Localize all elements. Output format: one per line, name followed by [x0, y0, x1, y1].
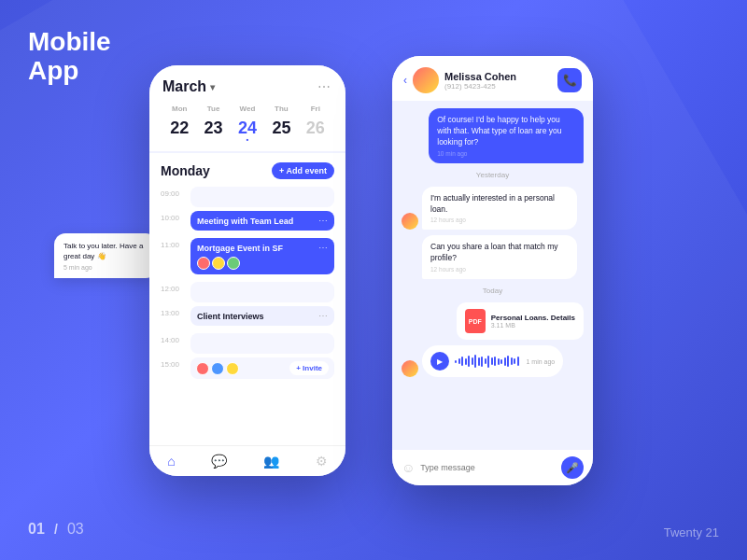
time-label-15: 15:00 — [161, 357, 185, 379]
event-meeting[interactable]: Meeting with Team Lead ⋯ — [190, 211, 334, 231]
msg-time-received-1: 12 hours ago — [430, 217, 569, 223]
nav-people-icon[interactable]: 👥 — [263, 454, 279, 469]
empty-slot-9 — [190, 187, 334, 207]
schedule-section: Monday + Add event 09:00 10:00 Meeting w… — [149, 153, 345, 445]
day-name-fri: Fri — [299, 105, 332, 113]
play-icon: ▶ — [437, 357, 443, 366]
avatar-3 — [227, 257, 240, 270]
voice-time: 1 min ago — [527, 358, 556, 365]
msg-row-received-2: Can you share a loan that match my profi… — [402, 235, 584, 279]
back-arrow-icon[interactable]: ‹ — [403, 74, 407, 87]
date-divider-today: Today — [402, 287, 584, 295]
time-slot-10: 10:00 Meeting with Team Lead ⋯ — [161, 211, 334, 234]
nav-home-icon[interactable]: ⌂ — [167, 454, 175, 469]
mic-button[interactable]: 🎤 — [561, 456, 584, 479]
msg-row-file: PDF Personal Loans. Details 3.11 MB — [402, 302, 584, 340]
event-mortgage-avatars — [197, 257, 240, 270]
voice-avatar — [402, 360, 418, 377]
event-mortgage-dots-icon: ⋯ — [318, 243, 328, 253]
bubble-text: Talk to you later. Have a great day 👋 — [63, 241, 148, 261]
event-mortgage-name: Mortgage Event in SF — [197, 244, 283, 253]
time-label-12: 12:00 — [161, 282, 185, 302]
event-meeting-dots-icon: ⋯ — [318, 216, 328, 226]
msg-time-sent-1: 10 min ago — [437, 150, 575, 157]
voice-bubble[interactable]: ▶ 1 min ago — [422, 345, 563, 377]
day-26[interactable]: 26 — [299, 117, 332, 140]
page-total: 03 — [67, 521, 84, 537]
invite-button[interactable]: + Invite — [289, 361, 329, 375]
phone-chat: ‹ Melissa Cohen (912) 5423-425 📞 Of cour… — [392, 56, 593, 485]
slot-avatar-3 — [226, 362, 239, 375]
call-button[interactable]: 📞 — [557, 68, 582, 92]
contact-avatar — [413, 67, 439, 93]
time-label-14: 14:00 — [161, 333, 185, 354]
contact-phone: (912) 5423-425 — [444, 82, 552, 91]
msg-bubble-received-2: Can you share a loan that match my profi… — [422, 235, 577, 279]
chat-input-bar: ☺ 🎤 — [392, 450, 593, 485]
nav-settings-icon[interactable]: ⚙ — [316, 454, 328, 469]
page-sep: / — [54, 522, 58, 537]
row-avatar-1 — [402, 213, 418, 230]
event-mortgage[interactable]: Mortgage Event in SF ⋯ — [190, 238, 334, 274]
phone-calendar: March ▾ ⋯ Mon Tue Wed Thu Fri 22 23 24 2… — [149, 65, 345, 476]
day-numbers-row[interactable]: 22 23 24 25 26 — [162, 117, 332, 140]
float-bubble: Talk to you later. Have a great day 👋 5 … — [54, 233, 157, 278]
time-slot-14: 14:00 — [161, 333, 334, 354]
calendar-header: March ▾ ⋯ Mon Tue Wed Thu Fri 22 23 24 2… — [149, 65, 345, 151]
slot-avatar-2 — [211, 362, 224, 375]
phone-icon: 📞 — [563, 74, 577, 87]
msg-bubble-received-1: I'm actually interested in a personal lo… — [422, 187, 577, 231]
day-name-thu: Thu — [264, 105, 298, 113]
time-label-9: 09:00 — [161, 187, 185, 207]
time-label-10: 10:00 — [161, 211, 185, 234]
file-info: Personal Loans. Details 3.11 MB — [491, 314, 575, 329]
slot-avatar-1 — [196, 362, 209, 375]
day-23[interactable]: 23 — [196, 117, 230, 140]
day-names-row: Mon Tue Wed Thu Fri — [162, 105, 332, 113]
nav-chat-icon[interactable]: 💬 — [211, 454, 227, 469]
msg-time-received-2: 12 hours ago — [430, 266, 569, 273]
day-22[interactable]: 22 — [162, 117, 196, 140]
event-interviews-dots-icon: ⋯ — [318, 311, 328, 321]
contact-info: Melissa Cohen (912) 5423-425 — [444, 71, 552, 91]
waveform — [455, 354, 519, 369]
time-slot-13: 13:00 Client Interviews ⋯ — [161, 306, 334, 329]
day-name-wed: Wed — [231, 105, 264, 113]
page-indicator: 01 / 03 — [28, 515, 84, 539]
empty-slot-12 — [190, 282, 334, 302]
time-label-13: 13:00 — [161, 306, 185, 329]
message-input[interactable] — [420, 463, 556, 472]
day-25[interactable]: 25 — [264, 117, 298, 140]
brand-line1: Mobile — [28, 27, 111, 56]
emoji-icon[interactable]: ☺ — [402, 460, 415, 475]
mic-icon: 🎤 — [566, 462, 579, 474]
time-slot-9: 09:00 — [161, 187, 334, 207]
avatar-1 — [197, 257, 210, 270]
empty-slot-14 — [190, 333, 334, 354]
day-name-tue: Tue — [196, 105, 230, 113]
day-24[interactable]: 24 — [231, 117, 264, 140]
calendar-dots-icon[interactable]: ⋯ — [317, 79, 332, 94]
file-icon: PDF — [465, 309, 486, 333]
time-label-11: 11:00 — [161, 238, 185, 278]
msg-text-sent-1: Of course! I'd be happy to help you with… — [437, 115, 575, 148]
month-label[interactable]: March ▾ — [162, 78, 215, 95]
file-name: Personal Loans. Details — [491, 314, 575, 322]
msg-text-received-2: Can you share a loan that match my profi… — [430, 242, 569, 264]
time-slot-11: 11:00 Mortgage Event in SF ⋯ — [161, 238, 334, 278]
file-bubble[interactable]: PDF Personal Loans. Details 3.11 MB — [457, 302, 584, 340]
msg-text-received-1: I'm actually interested in a personal lo… — [430, 193, 569, 216]
month-chevron-icon: ▾ — [210, 82, 215, 92]
chat-body: Of course! I'd be happy to help you with… — [392, 101, 593, 450]
msg-row-received-1: I'm actually interested in a personal lo… — [402, 187, 584, 231]
time-slot-12: 12:00 — [161, 282, 334, 302]
time-slot-15: 15:00 + Invite — [161, 357, 334, 379]
add-event-button[interactable]: + Add event — [272, 162, 334, 179]
play-button[interactable]: ▶ — [430, 352, 449, 371]
brand-line2: App — [28, 56, 78, 85]
page-current: 01 — [28, 521, 45, 537]
month-text: March — [162, 78, 206, 95]
event-interviews[interactable]: Client Interviews ⋯ — [190, 306, 334, 326]
slot-15-avatars — [196, 362, 239, 375]
footer-label: Twenty 21 — [664, 525, 719, 539]
